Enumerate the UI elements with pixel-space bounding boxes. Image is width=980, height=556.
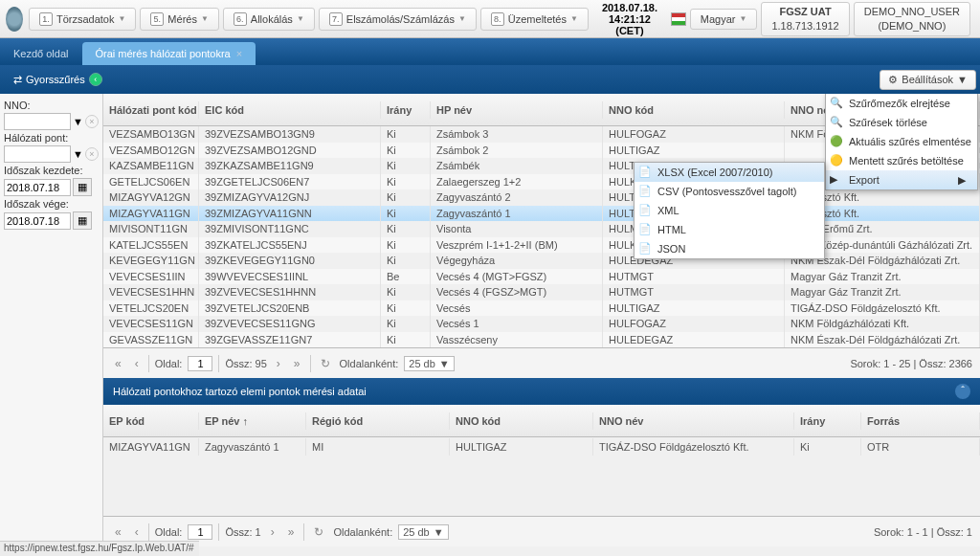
tab-Kezdő oldal[interactable]: Kezdő oldal [0, 42, 82, 65]
page-input[interactable] [188, 356, 212, 371]
col-header[interactable]: Irány [794, 412, 861, 430]
cell: 39ZVEZSAMBO12GND [199, 142, 381, 159]
gear-icon: ⚙ [888, 74, 898, 86]
cell: Ki [381, 142, 431, 159]
first-page-button[interactable]: « [111, 525, 125, 539]
cell: MIVISONT11GN [103, 220, 199, 237]
language-selector[interactable]: Magyar▼ [690, 9, 758, 30]
next-page-button[interactable]: › [273, 357, 284, 370]
menu-item[interactable]: 📄XLSX (Excel 2007/2010) [635, 163, 824, 182]
cell: Ki [381, 331, 431, 347]
start-date-input[interactable] [4, 179, 71, 196]
cell: Vecsés 1 [431, 315, 603, 332]
quickfilter-toggle[interactable]: ⇄ Gyorsszűrés ‹ [6, 69, 110, 90]
clear-icon[interactable]: × [85, 115, 99, 128]
col-header[interactable]: EIC kód [199, 101, 381, 119]
cell: Ki [381, 205, 431, 222]
detail-row[interactable]: MIZAGYVA11GNZagyvaszántó 1MIHULTIGAZTIGÁ… [103, 437, 980, 456]
menu-Elszámolás/Számlázás[interactable]: 7.Elszámolás/Számlázás▼ [319, 8, 477, 31]
last-page-button[interactable]: » [290, 357, 304, 370]
status-bar: https://ipnew.test.fgsz.hu/Fgsz.Ip.Web.U… [0, 541, 199, 556]
table-row[interactable]: VETELJCS20EN39ZVETELJCS20ENBKiVecsésHULT… [103, 300, 980, 317]
menu-Mérés[interactable]: 5.Mérés▼ [140, 8, 218, 31]
cell: Ki [381, 126, 431, 143]
col-header[interactable]: NNO kód [450, 412, 593, 430]
file-icon: 📄 [638, 166, 652, 179]
col-header[interactable]: Hálózati pont kód [103, 101, 199, 119]
menu-item[interactable]: 🟡Mentett szűrés betöltése [826, 151, 977, 170]
chevron-left-icon[interactable]: ‹ [89, 73, 102, 86]
col-header[interactable]: NNO kód [603, 101, 785, 119]
table-row[interactable]: MIZAGYVA11GN39ZMIZAGYVA11GNNKiZagyvaszán… [103, 206, 980, 222]
table-row[interactable]: GEVASSZE11GN39ZGEVASSZE11GN7KiVasszécsen… [103, 332, 980, 348]
cell: KEVEGEGY11GN [103, 252, 199, 269]
table-row[interactable]: VEVECSES11GN39ZVEVECSES11GNGKiVecsés 1HU… [103, 316, 980, 332]
total-pages: Össz: 1 [225, 526, 260, 538]
cell: OTR [861, 438, 980, 456]
nno-input[interactable] [4, 113, 71, 130]
env-info[interactable]: FGSZ UAT1.18.713.1912 [761, 2, 849, 36]
tab-Órai mérés hálózati pontokra[interactable]: Órai mérés hálózati pontokra× [82, 42, 256, 65]
col-header[interactable]: Irány [381, 101, 431, 119]
export-submenu[interactable]: 📄XLSX (Excel 2007/2010)📄CSV (Pontosvessz… [634, 162, 825, 259]
cell: VEVECSES1IIN [103, 268, 199, 285]
menu-item[interactable]: 📄JSON [635, 239, 824, 258]
settings-menu[interactable]: 🔍Szűrőmezők elrejtése🔍Szűrések törlése🟢A… [825, 94, 978, 190]
clear-icon[interactable]: × [85, 147, 99, 161]
menu-item[interactable]: ▶Export▶ [826, 170, 977, 189]
table-row[interactable]: KATELJCS55EN39ZKATELJCS55ENJKiVeszprém I… [103, 237, 980, 254]
cell: Zsámbok 2 [431, 142, 603, 159]
menu-item[interactable]: 📄CSV (Pontosvesszővel tagolt) [635, 182, 824, 201]
col-header[interactable]: EP kód [103, 412, 199, 430]
menu-Üzemeltetés[interactable]: 8.Üzemeltetés▼ [480, 8, 589, 31]
refresh-button[interactable]: ↻ [317, 357, 334, 370]
table-row[interactable]: VEVECSES1HHN39ZVEVECSES1HHNNKiVecsés 4 (… [103, 284, 980, 300]
nno-label: NNO: [4, 100, 99, 111]
first-page-button[interactable]: « [111, 357, 125, 370]
col-header[interactable]: HP név [431, 101, 603, 119]
col-header[interactable]: Régió kód [306, 412, 450, 430]
calendar-icon[interactable]: ▦ [73, 211, 92, 230]
col-header[interactable]: Forrás [861, 412, 980, 430]
grid-pager: « ‹ Oldal: Össz: 95 › » ↻ Oldalanként: 2… [103, 347, 980, 378]
table-row[interactable]: MIVISONT11GN39ZMIVISONT11GNCKiVisontaHUL… [103, 221, 980, 237]
collapse-up-icon[interactable]: ˆ [955, 384, 970, 399]
halozati-input[interactable] [4, 145, 71, 163]
menu-item[interactable]: 📄HTML [635, 220, 824, 239]
refresh-button[interactable]: ↻ [310, 525, 327, 539]
last-page-button[interactable]: » [284, 525, 299, 539]
col-header[interactable]: NNO név [593, 412, 794, 430]
menu-item[interactable]: 📄XML [635, 201, 824, 220]
end-date-input[interactable] [4, 212, 71, 230]
col-header[interactable]: EP név ↑ [199, 412, 306, 430]
prev-page-button[interactable]: ‹ [131, 525, 143, 539]
perpage-select[interactable]: 25 db▼ [398, 524, 448, 540]
perpage-select[interactable]: 25 db▼ [404, 356, 454, 371]
page-input[interactable] [188, 524, 212, 540]
close-icon[interactable]: × [236, 48, 242, 59]
menu-item[interactable]: 🟢Aktuális szűrés elmentése [826, 132, 977, 151]
next-page-button[interactable]: › [267, 525, 278, 539]
cell: 39ZKAZSAMBE11GN9 [199, 157, 381, 174]
cell: TIGÁZ-DSO Földgázelosztó Kft. [785, 300, 980, 317]
table-row[interactable]: KEVEGEGY11GN39ZKEVEGEGY11GN0KiVégegyháza… [103, 253, 980, 269]
table-row[interactable]: MIZAGYVA12GN39ZMIZAGYVA12GNJKiZagyvaszán… [103, 189, 980, 206]
cell: 39ZGETELJCS06EN7 [199, 173, 381, 190]
cell: 39ZKATELJCS55ENJ [199, 236, 381, 254]
calendar-icon[interactable]: ▦ [73, 178, 92, 196]
user-info[interactable]: DEMO_NNO_USER(DEMO_NNO) [854, 2, 970, 36]
menu-Allokálás[interactable]: 6.Allokálás▼ [223, 8, 315, 31]
menu-item[interactable]: 🔍Szűrések törlése [826, 113, 977, 132]
settings-button[interactable]: ⚙ Beállítások▼ [880, 70, 976, 90]
prev-page-button[interactable]: ‹ [131, 357, 143, 370]
top-toolbar: 1.Törzsadatok▼5.Mérés▼6.Allokálás▼7.Elsz… [0, 0, 980, 38]
arrows-icon: ⇄ [13, 74, 22, 86]
table-row[interactable]: VEVECSES1IIN39WVEVECSES1IINLBeVecsés 4 (… [103, 269, 980, 285]
menu-Törzsadatok[interactable]: 1.Törzsadatok▼ [29, 8, 136, 31]
menu-icon: 🔍 [830, 116, 843, 129]
menu-item[interactable]: 🔍Szűrőmezők elrejtése [826, 94, 977, 113]
cell: MIZAGYVA12GN [103, 189, 199, 206]
menu-icon: 🟡 [830, 154, 843, 167]
cell: Ki [381, 283, 431, 300]
perpage-label: Oldalanként: [333, 526, 392, 538]
